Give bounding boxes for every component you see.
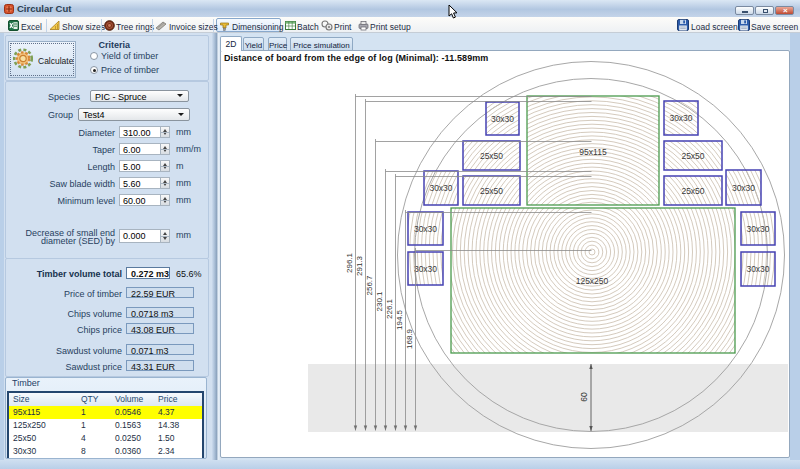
svg-text:30x30: 30x30 (414, 264, 437, 274)
svg-text:168.9: 168.9 (405, 328, 414, 349)
svg-text:60: 60 (579, 392, 589, 402)
svg-text:30x30: 30x30 (414, 224, 437, 234)
svg-text:30x30: 30x30 (669, 113, 692, 123)
svg-text:256.7: 256.7 (365, 275, 374, 296)
svg-text:30x30: 30x30 (732, 183, 755, 193)
svg-text:230.1: 230.1 (375, 291, 384, 312)
svg-text:30x30: 30x30 (746, 264, 769, 274)
svg-text:30x30: 30x30 (746, 224, 769, 234)
svg-text:194.5: 194.5 (395, 309, 404, 330)
svg-text:30x30: 30x30 (491, 114, 514, 124)
svg-text:30x30: 30x30 (429, 183, 452, 193)
svg-text:25x50: 25x50 (480, 151, 503, 161)
svg-text:226.1: 226.1 (385, 298, 394, 319)
svg-text:25x50: 25x50 (480, 186, 503, 196)
svg-text:125x250: 125x250 (576, 276, 609, 286)
svg-text:95x115: 95x115 (579, 147, 607, 157)
svg-text:296.1: 296.1 (345, 252, 354, 273)
svg-text:25x50: 25x50 (681, 186, 704, 196)
svg-text:291.3: 291.3 (355, 255, 364, 276)
svg-text:25x50: 25x50 (681, 151, 704, 161)
